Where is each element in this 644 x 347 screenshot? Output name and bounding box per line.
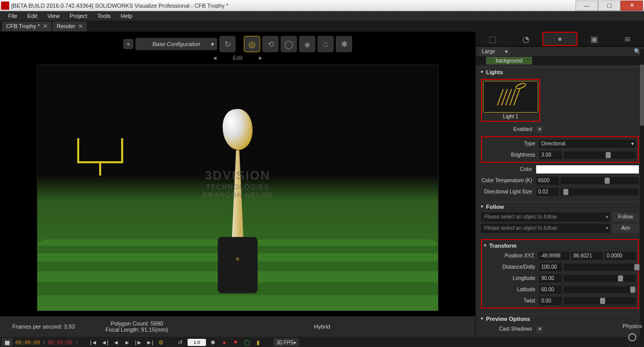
- auto-key-icon[interactable]: ▮: [254, 338, 262, 346]
- brightness-slider[interactable]: [564, 151, 636, 159]
- properties-panel: ⬚ ◔ ● ▣ ≋ Large 🔍 background ▾Lights: [475, 32, 644, 337]
- add-config-button[interactable]: +: [123, 39, 133, 49]
- type-dropdown[interactable]: Directional: [539, 140, 636, 148]
- dirsize-value[interactable]: 0.02: [536, 188, 559, 196]
- layout-grid-icon[interactable]: ▦: [2, 338, 12, 346]
- menubar: File Edit View Project Tools Help: [0, 11, 644, 20]
- next-key-icon[interactable]: |►: [134, 338, 143, 346]
- app-icon: [1, 2, 9, 10]
- lights-section-header[interactable]: ▾Lights: [481, 67, 639, 77]
- menu-tools[interactable]: Tools: [93, 13, 116, 19]
- models-tab-icon[interactable]: ⬚: [476, 32, 509, 46]
- edit-config-label[interactable]: Edit: [233, 55, 243, 61]
- background-chip[interactable]: background: [486, 57, 532, 64]
- menu-edit[interactable]: Edit: [22, 13, 42, 19]
- renderer-mode: Hybrid: [314, 323, 330, 330]
- follow-object-dropdown[interactable]: Please select an object to follow.: [481, 212, 610, 222]
- cast-shadows-checkbox[interactable]: ✕: [536, 326, 543, 333]
- loop-icon[interactable]: ↺: [176, 338, 185, 346]
- keyframe-icon[interactable]: ✱: [209, 338, 217, 346]
- prev-key-icon[interactable]: ◄|: [101, 338, 109, 346]
- search-icon[interactable]: 🔍: [514, 48, 641, 55]
- playback-speed[interactable]: 1.0: [188, 339, 206, 346]
- turntable-tool-icon[interactable]: ⟲: [262, 36, 279, 52]
- appearances-tab-icon[interactable]: ◔: [509, 32, 542, 46]
- tab-cfb-trophy[interactable]: CFB Trophy * ✕: [2, 21, 52, 31]
- aim-button[interactable]: Aim: [612, 224, 639, 233]
- aperture-tool-icon[interactable]: ✱: [336, 36, 352, 52]
- longitude-slider[interactable]: [564, 275, 636, 282]
- fps-dropdown[interactable]: 30 FPS ▾: [273, 338, 299, 346]
- polycount-status: Polygon Count: 5990 Focal Length: 91.15(…: [105, 320, 168, 333]
- position-z[interactable]: 0.0000: [605, 252, 636, 260]
- camera-tool-icon[interactable]: ⌂: [317, 36, 334, 52]
- brightness-value[interactable]: 3.00: [539, 151, 562, 159]
- material-tool-icon[interactable]: ◯: [281, 36, 297, 52]
- settings-gear-icon[interactable]: ⚙: [157, 338, 165, 346]
- cube-tool-icon[interactable]: ◈: [299, 36, 315, 52]
- close-icon[interactable]: ✕: [78, 23, 83, 30]
- tab-label: CFB Trophy *: [6, 23, 40, 29]
- follow-button[interactable]: Follow: [612, 212, 639, 222]
- goto-start-icon[interactable]: |◄: [89, 338, 98, 346]
- prev-config-icon[interactable]: ◄: [212, 55, 218, 61]
- twist-slider[interactable]: [564, 297, 636, 305]
- light-thumbnail[interactable]: Light 1: [481, 79, 540, 122]
- titlebar: [BETA BUILD 2016.0.742.43364] SOLIDWORKS…: [0, 0, 644, 11]
- cameras-tab-icon[interactable]: ▣: [578, 32, 611, 46]
- tab-render[interactable]: Render ✕: [53, 21, 87, 31]
- close-button[interactable]: ✕: [620, 1, 643, 11]
- goto-end-icon[interactable]: ►|: [146, 338, 154, 346]
- panel-tabs: ⬚ ◔ ● ▣ ≋: [476, 32, 644, 47]
- aim-object-dropdown[interactable]: Please select an object to follow.: [481, 224, 610, 233]
- select-tool-icon[interactable]: ◎: [244, 36, 260, 52]
- marker-b-icon[interactable]: ◯: [243, 338, 251, 346]
- scene-trophy: ⊚: [218, 109, 258, 293]
- colortemp-value[interactable]: 6500: [536, 177, 559, 185]
- position-y[interactable]: 86.6021: [571, 252, 603, 260]
- latitude-slider[interactable]: [564, 286, 636, 293]
- refresh-button[interactable]: ↻: [219, 36, 236, 52]
- marker-a-icon[interactable]: ●: [220, 338, 228, 346]
- scenes-tab-icon[interactable]: ●: [542, 32, 578, 46]
- close-icon[interactable]: ✕: [43, 23, 48, 30]
- menu-view[interactable]: View: [42, 13, 65, 19]
- config-dropdown[interactable]: Base Configuration: [135, 38, 217, 50]
- transform-section-header[interactable]: ▾Transform: [484, 241, 636, 250]
- enabled-checkbox[interactable]: ✕: [536, 126, 543, 133]
- dirsize-label: Directional Light Size: [481, 189, 534, 194]
- longitude-value[interactable]: 90.00: [539, 274, 562, 283]
- distance-slider[interactable]: [564, 264, 636, 271]
- latitude-value[interactable]: 60.00: [539, 286, 562, 294]
- position-x[interactable]: -49.9998: [538, 252, 569, 260]
- tab-label: Render: [57, 23, 75, 29]
- color-label: Color: [481, 166, 534, 172]
- flag-icon[interactable]: ⚑: [232, 338, 240, 346]
- physics-power-icon[interactable]: [628, 333, 636, 341]
- color-swatch[interactable]: [536, 165, 639, 174]
- viewport-toolbar: + Base Configuration ↻ ◎ ⟲ ◯ ◈ ⌂ ✱: [0, 34, 475, 54]
- viewport-canvas[interactable]: ⊚ 3DVISION TECHNOLOGIES BRANDON NELMS: [37, 64, 439, 311]
- preview-section-header[interactable]: ▾Preview Options: [481, 314, 639, 323]
- distance-value[interactable]: 100.00: [539, 263, 562, 271]
- menu-help[interactable]: Help: [116, 13, 137, 19]
- play-icon[interactable]: ►: [123, 338, 131, 346]
- twist-value[interactable]: 0.00: [539, 297, 562, 305]
- play-reverse-icon[interactable]: ◄: [112, 338, 120, 346]
- dirsize-slider[interactable]: [561, 188, 639, 196]
- menu-project[interactable]: Project: [64, 13, 92, 19]
- follow-section-header[interactable]: ▾Follow: [481, 202, 639, 211]
- panel-scrollbar[interactable]: [640, 49, 644, 337]
- minimize-button[interactable]: —: [576, 1, 598, 11]
- libraries-tab-icon[interactable]: ≋: [611, 32, 644, 46]
- type-label: Type: [484, 141, 537, 146]
- latitude-label: Latitude: [484, 287, 537, 292]
- thumbnail-size-dropdown[interactable]: Large: [479, 48, 510, 56]
- maximize-button[interactable]: ▢: [598, 1, 620, 11]
- config-label: Base Configuration: [152, 41, 200, 47]
- colortemp-slider[interactable]: [561, 177, 639, 184]
- cast-shadows-label: Cast Shadows: [481, 326, 534, 332]
- next-config-icon[interactable]: ►: [258, 55, 263, 61]
- distance-label: Distance/Dolly: [484, 264, 537, 270]
- menu-file[interactable]: File: [3, 13, 22, 19]
